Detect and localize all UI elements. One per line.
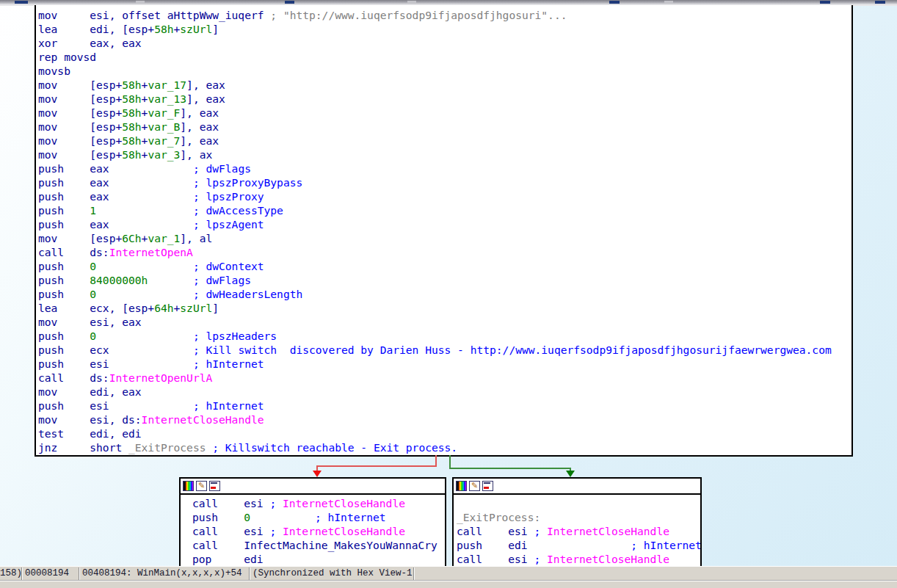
asm-seg: InternetCloseHandle xyxy=(547,553,669,565)
toolbar-icon-fragment xyxy=(407,1,416,4)
asm-line[interactable]: push 1 ; dwAccessType xyxy=(38,203,851,217)
asm-line[interactable]: mov [esp+6Ch+var_1], al xyxy=(38,231,851,245)
asm-line[interactable]: xor eax, eax xyxy=(38,36,851,50)
asm-seg: mov esi, ds: xyxy=(38,413,142,426)
asm-line[interactable]: mov esi, eax xyxy=(38,315,851,329)
asm-line[interactable]: push ecx ; Kill switch discovered by Dar… xyxy=(38,343,851,357)
asm-seg: push xyxy=(38,260,90,272)
asm-seg: 0 xyxy=(90,288,96,300)
asm-line[interactable]: push edi ; hInternet xyxy=(457,538,700,552)
asm-line[interactable]: push 84000000h ; dwFlags xyxy=(38,273,851,287)
toolbar-icon-fragment xyxy=(875,1,885,4)
status-sync-state: (Synchronized with Hex View-1) xyxy=(250,567,414,580)
asm-seg: 0 xyxy=(90,260,96,272)
asm-seg: var_13 xyxy=(148,92,186,105)
node-color-icon[interactable] xyxy=(456,481,467,491)
asm-line[interactable]: mov [esp+58h+var_F], eax xyxy=(38,106,851,120)
asm-seg: xor eax, eax xyxy=(38,37,142,49)
asm-line[interactable]: jnz short _ExitProcess ; Killswitch reac… xyxy=(38,440,851,454)
asm-line[interactable]: mov edi, eax xyxy=(38,385,851,399)
asm-seg: call InfectMachine_MakesYouWannaCry xyxy=(192,539,437,551)
jump-not-taken-arrowhead xyxy=(313,471,322,477)
basic-block-infect[interactable]: ✎ call esi ; InternetCloseHandlepush 0 ;… xyxy=(179,477,446,568)
asm-line[interactable]: mov esi, ds:InternetCloseHandle xyxy=(38,413,851,427)
asm-seg: call esi xyxy=(192,525,269,537)
status-bar-footer xyxy=(0,580,897,588)
asm-line[interactable]: push esi ; hInternet xyxy=(38,357,851,371)
asm-seg: lea ecx, [esp+ xyxy=(38,302,154,314)
asm-seg: rep movsd xyxy=(38,51,96,63)
edit-node-icon[interactable]: ✎ xyxy=(469,481,480,491)
asm-seg xyxy=(96,288,193,300)
asm-seg: push esi xyxy=(38,357,193,370)
asm-seg: ; lpszProxy xyxy=(193,190,264,203)
edit-node-icon[interactable]: ✎ xyxy=(196,481,207,491)
asm-line[interactable]: mov [esp+58h+var_13], eax xyxy=(38,92,851,106)
asm-seg: InternetCloseHandle xyxy=(142,413,264,426)
toolbar-icon-fragment xyxy=(609,1,620,4)
asm-line[interactable]: push 0 ; dwContext xyxy=(38,259,851,273)
asm-seg: 58h xyxy=(122,120,141,133)
asm-seg: test edi, edi xyxy=(38,427,142,440)
asm-seg: ], eax xyxy=(186,79,225,91)
asm-seg: szUrl xyxy=(180,302,212,314)
asm-seg: mov edi, eax xyxy=(38,385,142,398)
asm-line[interactable]: lea edi, [esp+58h+szUrl] xyxy=(38,22,851,36)
asm-line[interactable]: push eax ; lpszProxyBypass xyxy=(38,175,851,189)
asm-line[interactable]: call esi ; InternetCloseHandle xyxy=(192,524,445,538)
asm-line[interactable]: mov [esp+58h+var_B], eax xyxy=(38,120,851,134)
jump-taken-edge xyxy=(449,468,571,469)
asm-line[interactable]: push eax ; lpszAgent xyxy=(38,217,851,231)
asm-line[interactable]: movsb xyxy=(38,64,851,78)
node-color-icon[interactable] xyxy=(183,481,194,491)
asm-line[interactable]: push 0 ; dwHeadersLength xyxy=(38,287,851,301)
asm-line[interactable]: mov [esp+58h+var_17], eax xyxy=(38,78,851,92)
asm-line[interactable]: test edi, edi xyxy=(38,427,851,440)
asm-seg: ], eax xyxy=(186,92,225,105)
asm-seg xyxy=(96,260,193,272)
asm-seg: InternetOpenA xyxy=(109,246,193,258)
asm-seg: push xyxy=(192,511,244,523)
asm-line[interactable]: push eax ; lpszProxy xyxy=(38,189,851,203)
asm-line[interactable]: push esi ; hInternet xyxy=(38,399,851,413)
asm-seg: mov [esp+ xyxy=(38,79,122,91)
asm-line[interactable]: mov esi, offset aHttpWww_iuqerf ; "http:… xyxy=(38,8,851,22)
asm-line[interactable]: call InfectMachine_MakesYouWannaCry xyxy=(192,538,445,552)
asm-line[interactable]: call esi ; InternetCloseHandle xyxy=(457,552,700,566)
asm-seg: var_1 xyxy=(148,232,180,244)
asm-line[interactable]: pop edi xyxy=(192,552,445,566)
basic-block-exitprocess[interactable]: ✎ _ExitProcess:call esi ; InternetCloseH… xyxy=(452,477,702,568)
group-node-icon[interactable] xyxy=(209,481,220,491)
asm-line[interactable]: call esi ; InternetCloseHandle xyxy=(457,524,700,538)
asm-line[interactable]: rep movsd xyxy=(38,50,851,64)
asm-line[interactable]: push eax ; dwFlags xyxy=(38,161,851,175)
asm-seg: var_3 xyxy=(148,148,180,161)
asm-line[interactable]: call ds:InternetOpenUrlA xyxy=(38,371,851,385)
asm-seg: call esi xyxy=(192,497,269,509)
asm-seg: 58h xyxy=(122,92,141,105)
asm-line[interactable]: push 0 ; hInternet xyxy=(192,510,445,524)
group-node-icon[interactable] xyxy=(482,481,493,491)
asm-line[interactable] xyxy=(457,496,700,510)
asm-seg: push eax xyxy=(38,176,193,189)
asm-seg: ; "http://www.iuqerfsodp9ifjaposdfjhgosu… xyxy=(270,9,567,21)
asm-seg: 64h xyxy=(154,302,173,314)
node-header: ✎ xyxy=(454,479,700,495)
asm-seg: mov [esp+ xyxy=(38,92,122,105)
asm-line[interactable]: mov [esp+58h+var_3], ax xyxy=(38,148,851,161)
toolbar-icon-fragment xyxy=(664,1,673,4)
asm-line[interactable]: call esi ; InternetCloseHandle xyxy=(192,496,445,510)
asm-seg: 0 xyxy=(90,330,96,342)
asm-seg: var_17 xyxy=(148,79,186,91)
asm-line[interactable]: push 0 ; lpszHeaders xyxy=(38,329,851,343)
asm-seg: ; xyxy=(534,525,547,537)
asm-line[interactable]: mov [esp+58h+var_7], eax xyxy=(38,134,851,148)
basic-block-main[interactable]: mov esi, offset aHttpWww_iuqerf ; "http:… xyxy=(34,5,853,457)
asm-seg: push eax xyxy=(38,162,193,175)
asm-line[interactable]: lea ecx, [esp+64h+szUrl] xyxy=(38,301,851,315)
asm-line[interactable]: _ExitProcess: xyxy=(457,510,700,524)
asm-line[interactable]: call ds:InternetOpenA xyxy=(38,245,851,259)
asm-seg: ; xyxy=(534,553,547,565)
asm-seg: call esi xyxy=(457,553,534,565)
asm-seg: ] xyxy=(212,23,219,35)
